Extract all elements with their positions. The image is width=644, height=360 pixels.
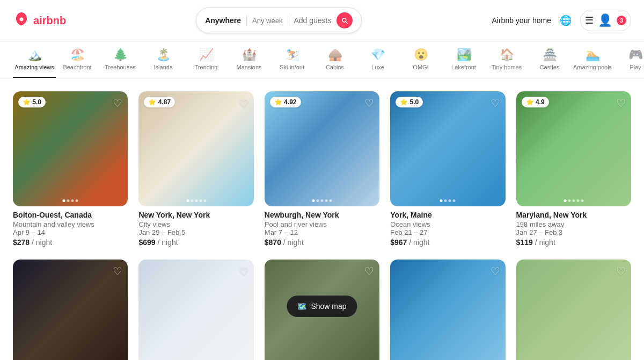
category-item-play[interactable]: 🎮 Play xyxy=(614,41,644,78)
category-label: Treehouses xyxy=(105,64,136,70)
category-icon: 😮 xyxy=(414,48,428,62)
listing-detail: 198 miles away xyxy=(516,220,631,228)
listing-image: ♡ xyxy=(138,260,253,360)
category-item-cabins[interactable]: 🛖 Cabins xyxy=(313,41,356,78)
wishlist-button[interactable]: ♡ xyxy=(364,265,374,278)
dot-indicator xyxy=(63,199,65,202)
search-divider xyxy=(246,16,247,25)
search-divider-2 xyxy=(288,16,288,25)
category-label: OMG! xyxy=(413,64,428,70)
wishlist-button[interactable]: ♡ xyxy=(239,265,248,278)
listing-dates: Mar 7 – 12 xyxy=(265,228,379,236)
category-item-amazing-views[interactable]: 🏔️ Amazing views xyxy=(13,41,56,78)
category-item-luxe[interactable]: 💎 Luxe xyxy=(356,41,399,78)
listing-price: $967 / night xyxy=(390,238,505,247)
dot-indicator xyxy=(581,199,583,202)
dot-indicator xyxy=(186,199,189,202)
listing-card-r2-4[interactable]: ♡ xyxy=(390,260,505,360)
listing-card-r2-2[interactable]: ♡ xyxy=(138,260,253,360)
category-item-castles[interactable]: 🏯 Castles xyxy=(528,41,571,78)
category-item-lakefront[interactable]: 🏞️ Lakefront xyxy=(442,41,485,78)
rating-badge: ⭐ 4.9 xyxy=(522,97,549,107)
search-submit-button[interactable] xyxy=(336,12,353,28)
listing-card-r2-5[interactable]: ♡ xyxy=(516,260,631,360)
search-week[interactable]: Any week xyxy=(252,17,282,25)
listing-image: ⭐ 4.87 ♡ xyxy=(138,91,253,206)
search-bar[interactable]: Anywhere Any week Add guests xyxy=(196,8,362,33)
dot-indicators xyxy=(440,199,456,202)
map-icon: 🗺️ xyxy=(297,302,306,311)
category-icon: 🏠 xyxy=(500,48,514,62)
user-menu[interactable]: ☰ 👤 3 xyxy=(580,10,631,31)
show-map-button[interactable]: 🗺️ Show map xyxy=(287,296,357,317)
category-label: Mansions xyxy=(236,64,261,70)
dot-indicator xyxy=(564,199,566,202)
wishlist-button[interactable]: ♡ xyxy=(491,265,500,278)
language-globe-button[interactable]: 🌐 xyxy=(560,15,572,26)
listing-card-newyork[interactable]: ⭐ 4.87 ♡ New York, New York City views J… xyxy=(138,91,253,249)
rating-badge: ⭐ 5.0 xyxy=(18,97,46,107)
category-item-treehouses[interactable]: 🌲 Treehouses xyxy=(99,41,142,78)
dot-indicator xyxy=(320,199,323,202)
category-label: Play xyxy=(630,64,641,70)
wishlist-button[interactable]: ♡ xyxy=(113,97,122,110)
category-icon: 📈 xyxy=(199,48,214,62)
dot-indicator xyxy=(572,199,575,202)
header: airbnb Anywhere Any week Add guests Airb… xyxy=(0,0,644,41)
dot-indicator xyxy=(576,199,579,202)
rating-badge: ⭐ 4.87 xyxy=(144,97,175,107)
show-map-container: 🗺️ Show map xyxy=(287,296,357,317)
listing-dates: Jan 29 – Feb 5 xyxy=(138,228,253,236)
listing-image: ♡ xyxy=(390,260,505,360)
category-item-ski-in-out[interactable]: ⛷️ Ski-in/out xyxy=(270,41,313,78)
category-label: Ski-in/out xyxy=(280,64,304,70)
category-item-amazing-pools[interactable]: 🏊 Amazing pools xyxy=(571,41,614,78)
dot-indicators xyxy=(564,199,583,202)
wishlist-button[interactable]: ♡ xyxy=(239,97,248,110)
listing-location: York, Maine xyxy=(390,211,505,219)
listing-card-maryland[interactable]: ⭐ 4.9 ♡ Maryland, New York 198 miles awa… xyxy=(516,91,631,249)
dot-indicators xyxy=(312,199,332,202)
airbnb-your-home-link[interactable]: Airbnb your home xyxy=(492,16,551,25)
listing-card-york[interactable]: ⭐ 5.0 ♡ York, Maine Ocean views Feb 21 –… xyxy=(390,91,505,249)
dot-indicators xyxy=(186,199,206,202)
category-icon: 🏊 xyxy=(586,48,600,62)
listing-info: Bolton-Ouest, Canada Mountain and valley… xyxy=(13,206,128,249)
wishlist-button[interactable]: ♡ xyxy=(364,97,374,110)
listing-detail: Ocean views xyxy=(390,220,505,228)
category-icon: 🏰 xyxy=(242,48,257,62)
category-item-islands[interactable]: 🏝️ Islands xyxy=(142,41,185,78)
logo[interactable]: airbnb xyxy=(13,12,66,29)
search-guests[interactable]: Add guests xyxy=(294,16,331,25)
dot-indicator xyxy=(312,199,314,202)
category-item-mansions[interactable]: 🏰 Mansions xyxy=(228,41,270,78)
category-label: Trending xyxy=(194,64,217,70)
category-item-omg[interactable]: 😮 OMG! xyxy=(399,41,442,78)
listing-detail: Mountain and valley views xyxy=(13,220,128,228)
rating-badge: ⭐ 5.0 xyxy=(396,97,423,107)
listing-price: $119 / night xyxy=(516,238,631,247)
wishlist-button[interactable]: ♡ xyxy=(491,97,500,110)
category-icon: 🏞️ xyxy=(457,48,471,62)
wishlist-button[interactable]: ♡ xyxy=(616,265,626,278)
dot-indicator xyxy=(440,199,443,202)
wishlist-button[interactable]: ♡ xyxy=(616,97,626,110)
category-icon: 🏔️ xyxy=(27,48,42,62)
category-bar: 🏔️ Amazing views 🏖️ Beachfront 🌲 Treehou… xyxy=(0,41,644,78)
category-label: Tiny homes xyxy=(492,64,522,70)
wishlist-button[interactable]: ♡ xyxy=(113,265,122,278)
search-location[interactable]: Anywhere xyxy=(205,16,241,25)
category-item-tiny-homes[interactable]: 🏠 Tiny homes xyxy=(485,41,528,78)
category-label: Cabins xyxy=(326,64,344,70)
dot-indicator xyxy=(453,199,456,202)
category-item-beachfront[interactable]: 🏖️ Beachfront xyxy=(56,41,99,78)
listing-card-r2-1[interactable]: ♡ xyxy=(13,260,128,360)
listing-card-bolton[interactable]: ⭐ 5.0 ♡ Bolton-Ouest, Canada Mountain an… xyxy=(13,91,128,249)
listing-price: $699 / night xyxy=(138,238,253,247)
listing-dates: Apr 9 – 14 xyxy=(13,228,128,236)
category-item-trending[interactable]: 📈 Trending xyxy=(185,41,228,78)
listing-card-newburgh[interactable]: ⭐ 4.92 ♡ Newburgh, New York Pool and riv… xyxy=(265,91,379,249)
dot-indicator xyxy=(203,199,206,202)
dot-indicator xyxy=(191,199,193,202)
listing-image: ⭐ 4.9 ♡ xyxy=(516,91,631,206)
